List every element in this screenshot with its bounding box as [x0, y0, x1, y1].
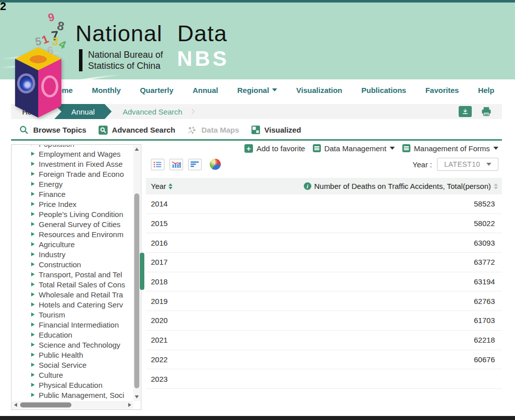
nav-item[interactable]: Regional	[237, 86, 277, 94]
table-row[interactable]: 202162218	[146, 331, 502, 350]
management-of-forms-menu[interactable]: Management of Forms	[402, 144, 498, 153]
nav-item[interactable]: Help	[478, 86, 494, 94]
value-column-header[interactable]: i Number of Deaths on Traffic Accidents,…	[304, 182, 498, 190]
table-row[interactable]: 202061703	[146, 311, 502, 331]
horizontal-scrollbar[interactable]	[12, 401, 133, 409]
sidebar-tree-item[interactable]: People's Living Condition	[12, 209, 133, 219]
scroll-left-icon[interactable]	[14, 403, 17, 407]
table-row[interactable]: 201458523	[146, 194, 502, 214]
sidebar-tree-item[interactable]: Employment and Wages	[12, 149, 133, 159]
sidebar-tree-item[interactable]: Tourism	[12, 309, 133, 320]
row-value: 63093	[474, 239, 495, 247]
vertical-scroll-thumb[interactable]	[134, 193, 139, 388]
nbs-abbreviation: NBS	[177, 47, 229, 71]
nav-item[interactable]: Publications	[362, 86, 406, 94]
table-row[interactable]: 202260676	[146, 350, 502, 370]
scroll-right-icon[interactable]	[128, 403, 131, 407]
tree-item-label: Public Health	[39, 351, 83, 359]
table-row[interactable]: 201763772	[146, 253, 502, 272]
bar-chart-view-button[interactable]	[188, 159, 202, 170]
breadcrumb-active-tab-annual[interactable]: Annual	[54, 104, 112, 119]
sidebar-tree-item[interactable]: Education	[12, 330, 133, 340]
data-management-label: Data Management	[324, 144, 386, 153]
expand-arrow-icon	[31, 145, 35, 146]
sidebar-tree-item[interactable]: Investment in Fixed Asse	[12, 159, 133, 169]
table-row[interactable]: 201962763	[146, 291, 502, 311]
expand-arrow-icon	[31, 232, 35, 236]
row-year: 2015	[151, 219, 167, 228]
expand-arrow-icon	[31, 222, 35, 226]
sidebar-tree-item[interactable]: Science and Technology	[12, 340, 133, 350]
download-button[interactable]	[459, 106, 472, 117]
year-filter-dropdown[interactable]: LATEST10	[437, 158, 498, 171]
year-column-header[interactable]: Year	[151, 182, 173, 190]
sidebar-tree-item[interactable]: Population	[12, 145, 133, 149]
sidebar-tree-item[interactable]: Agriculture	[12, 239, 133, 249]
row-year: 2020	[151, 316, 167, 325]
column-chart-view-button[interactable]	[169, 159, 183, 170]
sidebar-tree-item[interactable]: Public Management, Soci	[12, 390, 133, 400]
table-row[interactable]: 2023	[146, 369, 502, 389]
browse-topics-tab[interactable]: Browse Topics	[19, 125, 87, 135]
sort-icon[interactable]	[168, 183, 173, 189]
sidebar-tree-item[interactable]: Price Index	[12, 199, 133, 209]
sidebar-tree-item[interactable]: Industry	[12, 249, 133, 259]
tree-item-label: People's Living Condition	[39, 210, 123, 219]
sidebar-tree-item[interactable]: Construction	[12, 259, 133, 269]
toolbar-underline	[11, 139, 502, 141]
nav-item[interactable]: Favorites	[425, 86, 459, 94]
sidebar-tree-item[interactable]: Public Health	[12, 350, 133, 360]
sidebar-tree-item[interactable]: Financial Intermediation	[12, 320, 133, 330]
sidebar-tree-item[interactable]: Total Retail Sales of Cons	[12, 279, 133, 289]
value-column-label: Number of Deaths on Traffic Accidents, T…	[314, 182, 491, 190]
sort-icon[interactable]	[494, 183, 498, 189]
table-row[interactable]: 201663093	[146, 233, 502, 253]
sidebar-tree-item[interactable]: Resources and Environm	[12, 229, 133, 239]
sidebar-tree-item[interactable]: Culture	[12, 370, 133, 380]
sidebar-tree-item[interactable]: General Survey of Cities	[12, 219, 133, 229]
tree-item-label: Agriculture	[39, 240, 75, 249]
vertical-scrollbar[interactable]	[133, 145, 140, 401]
nbs-logo: 987513462	[0, 0, 101, 100]
visualized-tab[interactable]: Visualized	[251, 126, 301, 134]
horizontal-scroll-thumb[interactable]	[20, 402, 71, 407]
expand-arrow-icon	[31, 292, 35, 296]
breadcrumb-current-advanced-search[interactable]: Advanced Search	[123, 108, 182, 116]
column-chart-icon	[171, 160, 181, 168]
table-row[interactable]: 201558022	[146, 214, 502, 234]
nav-item[interactable]: Annual	[193, 86, 218, 94]
nav-item[interactable]: Quarterly	[140, 86, 174, 94]
sidebar-tree-item[interactable]: Energy	[12, 179, 133, 189]
pie-chart-view-button[interactable]	[210, 159, 221, 170]
sidebar-tree-item[interactable]: Hotels and Catering Serv	[12, 299, 133, 309]
table-view-button[interactable]	[151, 159, 164, 170]
print-button[interactable]	[480, 106, 493, 117]
tree-item-label: Industry	[39, 250, 65, 259]
browse-topics-label: Browse Topics	[33, 126, 87, 134]
info-icon[interactable]: i	[304, 182, 311, 190]
expand-arrow-icon	[31, 212, 35, 216]
cube-globe-decoration	[17, 73, 35, 93]
add-to-favorite-button[interactable]: + Add to favorite	[244, 144, 305, 153]
table-row[interactable]: 201863194	[146, 272, 502, 292]
data-maps-tab[interactable]: Data Maps	[187, 126, 239, 135]
sidebar-tree-item[interactable]: Foreign Trade and Econo	[12, 169, 133, 179]
tree-item-label: Financial Intermediation	[39, 321, 119, 329]
nav-item[interactable]: Visualization	[296, 86, 342, 94]
sidebar-tree-item[interactable]: Wholesale and Retail Tra	[12, 289, 133, 299]
tree-item-label: Hotels and Catering Serv	[39, 300, 123, 309]
chevron-right-icon	[190, 109, 195, 114]
data-management-menu[interactable]: Data Management	[313, 144, 395, 153]
sidebar-tree-item[interactable]: Finance	[12, 189, 133, 199]
row-year: 2021	[151, 336, 167, 344]
advanced-search-tab[interactable]: Advanced Search	[99, 126, 176, 135]
sidebar-tree-item[interactable]: Physical Education	[12, 380, 133, 390]
tree-item-label: Social Service	[39, 361, 87, 369]
page: National Data National Bureau of Statist…	[0, 0, 515, 420]
scroll-up-icon[interactable]	[135, 148, 139, 151]
sidebar-resize-handle[interactable]	[140, 253, 144, 290]
sidebar-tree-item[interactable]: Transport, Postal and Tel	[12, 269, 133, 279]
scroll-down-icon[interactable]	[135, 395, 139, 398]
sidebar-tree-item[interactable]: Social Service	[12, 360, 133, 370]
download-icon	[461, 108, 469, 116]
